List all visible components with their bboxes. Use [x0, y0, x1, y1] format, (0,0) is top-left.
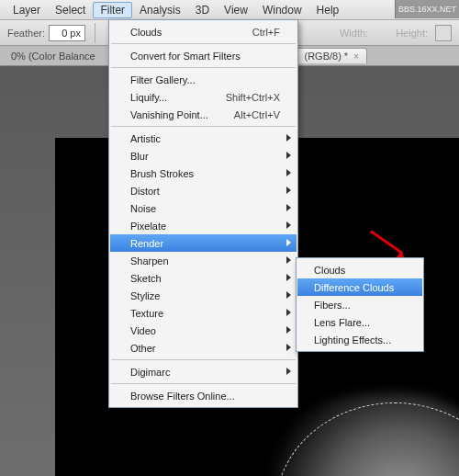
chevron-right-icon	[286, 169, 291, 176]
menuitem-texture[interactable]: Texture	[110, 304, 297, 322]
menuitem-brush-strokes[interactable]: Brush Strokes	[110, 164, 297, 182]
menuitem-vanishing[interactable]: Vanishing Point...Alt+Ctrl+V	[110, 106, 297, 123]
tab-left-fragment[interactable]: 0% (Color Balance	[4, 49, 103, 63]
submenu-lighting-effects[interactable]: Lighting Effects...	[297, 331, 422, 348]
feather-label: Feather:	[7, 28, 45, 39]
menuitem-artistic[interactable]: Artistic	[110, 130, 297, 147]
chevron-right-icon	[286, 368, 291, 375]
menu-view[interactable]: View	[217, 2, 255, 18]
filter-menu: Clouds Ctrl+F Convert for Smart Filters …	[108, 19, 298, 408]
menu-3d[interactable]: 3D	[188, 2, 217, 18]
menuitem-pixelate[interactable]: Pixelate	[110, 217, 297, 234]
chevron-right-icon	[286, 291, 291, 299]
menuitem-convert-smart[interactable]: Convert for Smart Filters	[110, 47, 297, 64]
chevron-right-icon	[286, 239, 291, 246]
chevron-right-icon	[286, 204, 291, 211]
site-watermark: BBS.16XX.NET	[395, 0, 459, 18]
chevron-right-icon	[286, 344, 291, 351]
menuitem-digimarc[interactable]: Digimarc	[110, 363, 297, 380]
opt-button[interactable]	[435, 25, 452, 41]
height-label: Height:	[396, 28, 428, 39]
feather-input[interactable]: 0 px	[49, 25, 85, 41]
menu-select[interactable]: Select	[48, 2, 93, 18]
chevron-right-icon	[286, 256, 291, 264]
menu-help[interactable]: Help	[309, 2, 347, 18]
submenu-fibers[interactable]: Fibers...	[297, 296, 422, 313]
chevron-right-icon	[286, 309, 291, 316]
menubar: Layer Select Filter Analysis 3D View Win…	[0, 0, 459, 20]
menu-window[interactable]: Window	[255, 2, 309, 18]
chevron-right-icon	[286, 187, 291, 194]
menuitem-distort[interactable]: Distort	[110, 182, 297, 199]
menuitem-last-filter[interactable]: Clouds Ctrl+F	[110, 23, 297, 40]
width-label: Width:	[340, 28, 368, 39]
chevron-right-icon	[286, 221, 291, 229]
menu-layer[interactable]: Layer	[6, 2, 48, 18]
submenu-lens-flare[interactable]: Lens Flare...	[297, 313, 422, 331]
menuitem-liquify[interactable]: Liquify...Shift+Ctrl+X	[110, 88, 297, 106]
chevron-right-icon	[286, 152, 291, 159]
submenu-clouds[interactable]: Clouds	[297, 261, 422, 278]
submenu-difference-clouds[interactable]: Difference Clouds	[297, 278, 422, 296]
menuitem-browse-online[interactable]: Browse Filters Online...	[110, 387, 297, 404]
menuitem-filter-gallery[interactable]: Filter Gallery...	[110, 71, 297, 88]
render-submenu: Clouds Difference Clouds Fibers... Lens …	[296, 257, 424, 352]
chevron-right-icon	[286, 134, 291, 142]
chevron-right-icon	[286, 274, 291, 281]
menuitem-noise[interactable]: Noise	[110, 199, 297, 217]
menuitem-blur[interactable]: Blur	[110, 147, 297, 164]
tab-active-label: (RGB/8) *	[304, 51, 348, 62]
menuitem-other[interactable]: Other	[110, 339, 297, 357]
menuitem-sketch[interactable]: Sketch	[110, 269, 297, 287]
menu-analysis[interactable]: Analysis	[132, 2, 188, 18]
menuitem-video[interactable]: Video	[110, 322, 297, 339]
menu-filter[interactable]: Filter	[93, 2, 132, 18]
tab-active-doc[interactable]: (RGB/8) * ×	[296, 48, 367, 63]
menuitem-render[interactable]: Render	[110, 234, 297, 252]
menuitem-sharpen[interactable]: Sharpen	[110, 252, 297, 269]
chevron-right-icon	[286, 326, 291, 334]
close-icon[interactable]: ×	[353, 51, 359, 62]
menuitem-stylize[interactable]: Stylize	[110, 287, 297, 304]
